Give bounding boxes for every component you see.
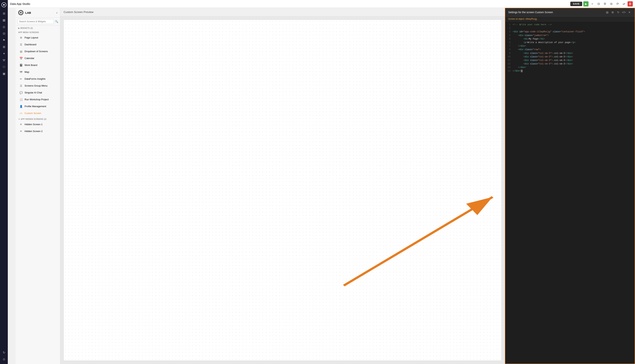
app-logo[interactable] bbox=[1, 2, 7, 8]
code-line-6: 6 <p>Write a description of your page</p… bbox=[505, 41, 635, 44]
screen-id-bar: Screen id object: #itIwyRvcjg. bbox=[505, 16, 635, 22]
widgets-section-header[interactable]: ▶ WIDGETS (2) bbox=[16, 26, 60, 30]
settings-refresh-icon[interactable]: ↻ bbox=[616, 10, 620, 14]
code-line-11: 11 <div class="col-sm-3">.col-sm-3</div> bbox=[505, 59, 635, 62]
sidebar-logo bbox=[18, 10, 24, 15]
code-line-9: 9 <div class="col-sm-3">.col-sm-3</div> bbox=[505, 52, 635, 55]
code-line-12: 12 <div class="col-sm-3">.col-sm-3</div> bbox=[505, 62, 635, 66]
calendar-icon: 📅 bbox=[19, 57, 23, 60]
settings-header-actions: ▤ ⊞ ↻ </> ✕ bbox=[605, 10, 632, 14]
dataforms-icon: ✏ bbox=[19, 78, 23, 80]
dropdown-icon: ▤ bbox=[19, 50, 23, 53]
save-button[interactable]: SAVE bbox=[570, 2, 582, 6]
sidebar-item-run-workshop-project[interactable]: ⬜ Run Workshop Project ⋮ bbox=[17, 96, 59, 103]
share-button[interactable]: ⇄ bbox=[621, 1, 626, 6]
hidden-screens-section-header[interactable]: ▼ APP HIDDEN SCREENS (2) bbox=[16, 117, 60, 121]
search-input[interactable] bbox=[18, 19, 54, 24]
arrow-overlay bbox=[64, 20, 501, 360]
add-button[interactable]: + bbox=[590, 1, 595, 6]
sidebar-item-map[interactable]: 🗺 Map ⋮ bbox=[17, 69, 59, 75]
code-line-7: 7 </div> bbox=[505, 44, 635, 48]
hidden2-icon: 👁 bbox=[19, 130, 23, 132]
workshop-icon: ⬜ bbox=[19, 98, 23, 101]
preview-canvas bbox=[64, 20, 502, 361]
settings-close-button[interactable]: ✕ bbox=[627, 10, 632, 14]
code-line-14: 14 </div>| bbox=[505, 69, 635, 73]
preview-header: Custom Screen Preview bbox=[60, 8, 505, 16]
settings-table-icon[interactable]: ▤ bbox=[605, 10, 609, 14]
settings-button[interactable]: ⚙ bbox=[602, 1, 607, 6]
settings-panel: Settings for the screen Custom Screen ▤ … bbox=[505, 8, 635, 364]
sidebar-item-singular-ai-chat[interactable]: 💬 Singular AI Chat ⋮ bbox=[17, 89, 59, 96]
page-layout-icon: ⚙ bbox=[19, 36, 23, 39]
work-board-icon: 📓 bbox=[19, 64, 23, 67]
sidebar-item-calendar[interactable]: 📅 Calendar ⋮ bbox=[17, 55, 59, 62]
screen-id-value: #itIwyRvcjg. bbox=[525, 18, 537, 20]
ai-chat-icon: 💬 bbox=[19, 91, 23, 94]
header: Data App Studio SAVE ▶ + ⊟ ⚙ ⧉ ⟳ ⇄ 🗑 bbox=[8, 0, 635, 8]
header-title: Data App Studio bbox=[10, 2, 569, 6]
code-editor[interactable]: 1 <!-- Write your code here --> 2 3 <div… bbox=[505, 22, 635, 364]
code-line-1: 1 <!-- Write your code here --> bbox=[505, 23, 635, 26]
nav-briefcase-icon[interactable]: ⊠ bbox=[1, 44, 7, 50]
settings-code-icon[interactable]: </> bbox=[622, 10, 626, 14]
sidebar-profile: LAB ‹ bbox=[16, 8, 60, 18]
code-line-8: 8 <div class="row"> bbox=[505, 48, 635, 52]
main-content: LAB ‹ 🔍 ▶ WIDGETS (2) APP MENU SCREENS ⚙… bbox=[16, 8, 635, 364]
sidebar-item-page-layout[interactable]: ⚙ Page Layout ⋮ bbox=[17, 34, 59, 41]
code-line-4: 4 <div class="jumbotron"> bbox=[505, 34, 635, 37]
nav-cursor-icon[interactable]: ✦ bbox=[1, 50, 7, 56]
profile-icon: 👤 bbox=[19, 105, 23, 108]
sidebar-item-hidden-screen-2[interactable]: 👁 Hidden Screen 2 ⋮ bbox=[17, 128, 59, 134]
nav-grid2-icon[interactable]: ⊟ bbox=[1, 30, 7, 36]
svg-line-3 bbox=[344, 197, 493, 286]
header-actions: SAVE ▶ + ⊟ ⚙ ⧉ ⟳ ⇄ 🗑 bbox=[570, 1, 633, 6]
settings-header: Settings for the screen Custom Screen ▤ … bbox=[505, 8, 635, 16]
nav-grid-icon[interactable]: ⊞ bbox=[1, 10, 7, 16]
code-line-5: 5 <h1>My Page</h1> bbox=[505, 37, 635, 41]
sidebar-item-dropdown-of-screens[interactable]: ▤ Dropdown of Screens ⋮ bbox=[17, 48, 59, 54]
nav-person-icon[interactable]: ⚑ bbox=[1, 37, 7, 43]
code-line-3: 3 <div id="app-code-itIwyRvcjg" class="c… bbox=[505, 30, 635, 34]
code-line-10: 10 <div class="col-sm-3">.col-sm-3</div> bbox=[505, 55, 635, 59]
custom-screen-icon: </> bbox=[19, 112, 23, 114]
nav-target-icon[interactable]: ◎ bbox=[1, 24, 7, 30]
nav-layout-icon[interactable]: ▦ bbox=[1, 17, 7, 23]
sidebar-item-custom-screen[interactable]: </> Custom Screen ⋮ bbox=[17, 110, 59, 116]
sidebar-item-profile-management[interactable]: 👤 Profile Management ⋮ bbox=[17, 103, 59, 110]
screens-group-icon: ☰ bbox=[19, 84, 23, 87]
nav-file-icon[interactable]: ▣ bbox=[1, 70, 7, 76]
hidden1-icon: 👁 bbox=[19, 123, 23, 126]
preview-title: Custom Screen Preview bbox=[64, 10, 94, 14]
delete-button[interactable]: 🗑 bbox=[627, 1, 633, 6]
nav-tool-icon[interactable]: ⚒ bbox=[1, 57, 7, 63]
sidebar-back-button[interactable]: ‹ bbox=[56, 11, 58, 15]
search-icon[interactable]: 🔍 bbox=[55, 20, 58, 23]
copy-button[interactable]: ⧉ bbox=[608, 1, 614, 6]
sidebar-item-hidden-screen-1[interactable]: 👁 Hidden Screen 1 ⋮ bbox=[17, 121, 59, 128]
icon-bar: ⊞ ▦ ◎ ⊟ ⚑ ⊠ ✦ ⚒ ⚇ ▣ ↻ ⊙ bbox=[0, 0, 8, 364]
nav-refresh-icon[interactable]: ↻ bbox=[1, 350, 7, 356]
sidebar-lab-name: LAB bbox=[25, 11, 31, 14]
sidebar-item-dashboard[interactable]: ☰ Dashboard ⋮ bbox=[17, 41, 59, 48]
settings-title: Settings for the screen Custom Screen bbox=[508, 11, 605, 14]
sidebar-item-work-board[interactable]: 📓 Work Board ⋮ bbox=[17, 62, 59, 68]
dashboard-icon: ☰ bbox=[19, 43, 23, 46]
run-button[interactable]: ▶ bbox=[583, 1, 588, 6]
sidebar-item-screens-group-menu[interactable]: ☰ Screens Group Menu ⋮ bbox=[17, 82, 59, 89]
nav-user-bottom-icon[interactable]: ⊙ bbox=[1, 356, 7, 362]
code-line-13: 13 </div> bbox=[505, 66, 635, 69]
map-icon: 🗺 bbox=[19, 70, 23, 74]
code-line-2: 2 bbox=[505, 26, 635, 30]
history-button[interactable]: ⟳ bbox=[615, 1, 620, 6]
app-menu-section-header[interactable]: APP MENU SCREENS bbox=[16, 30, 60, 34]
sidebar-item-dataforms-insights[interactable]: ✏ DataForms Insights ⋮ bbox=[17, 76, 59, 82]
screen-id-label: Screen id object: bbox=[508, 18, 525, 20]
sidebar: LAB ‹ 🔍 ▶ WIDGETS (2) APP MENU SCREENS ⚙… bbox=[16, 8, 60, 364]
nav-user-group-icon[interactable]: ⚇ bbox=[1, 64, 7, 70]
preview-area: Custom Screen Preview bbox=[60, 8, 505, 364]
sidebar-search-bar: 🔍 bbox=[16, 18, 60, 26]
settings-cube-icon[interactable]: ⊞ bbox=[610, 10, 615, 14]
layout-button[interactable]: ⊟ bbox=[596, 1, 601, 6]
